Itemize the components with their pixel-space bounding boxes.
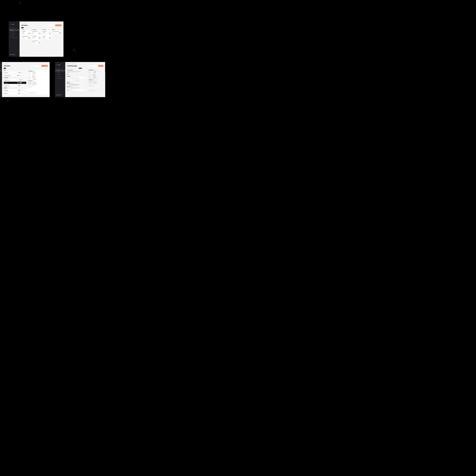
- add-card-placeholder[interactable]: +: [21, 40, 31, 44]
- layers-icon: [10, 32, 11, 32]
- view-all-link[interactable]: view all: [93, 80, 95, 80]
- task-card[interactable]: Landing pageID LG-2mediumjul 5 – jul 20: [32, 35, 41, 39]
- mention-icon[interactable]: @: [85, 90, 86, 90]
- attachment[interactable]: Test.pdfpdf1.2 Mb: [28, 82, 32, 86]
- list-row[interactable]: ID AL-1Android shortcutslowjul 1 – jul 2…: [4, 85, 26, 87]
- sidebar-item-settings[interactable]: Settings: [55, 75, 65, 77]
- attach-icon[interactable]: 📎: [85, 90, 85, 90]
- view-board[interactable]: board: [6, 68, 9, 69]
- create-task-button[interactable]: Create new task: [41, 65, 48, 67]
- add-card-placeholder[interactable]: +: [32, 45, 41, 49]
- sort-select[interactable]: status ⌄: [30, 27, 33, 28]
- priority-toggle[interactable]: highmediumlow: [77, 68, 83, 69]
- sidebar-item-settings[interactable]: Settings: [0, 75, 2, 77]
- sidebar-item-dashboard[interactable]: Dashboard: [9, 27, 20, 29]
- sidebar-item-label: Dashboard: [58, 68, 61, 69]
- task-card[interactable]: Reports animationID RT-3hightoday: [32, 31, 41, 35]
- attachment[interactable]: AaTasks.pdfpdf1.2 Mb: [93, 81, 97, 85]
- sidebar-user[interactable]: J James R Product manager ⌄: [9, 54, 20, 55]
- next-button[interactable]: ›: [26, 70, 26, 71]
- view-board[interactable]: board: [23, 27, 26, 28]
- sidebar-item-settings[interactable]: Settings: [9, 35, 20, 37]
- add-card-button[interactable]: +: [51, 29, 51, 30]
- sidebar-item-dashboard[interactable]: Dashboard: [55, 68, 65, 69]
- list-row[interactable]: ID HI-1Homepage ilustrationsmediumjul 14…: [4, 74, 26, 76]
- sidebar-item-notifications[interactable]: ications: [0, 73, 2, 75]
- list-row[interactable]: ID RT-3Logo applowjul 18 – jul 27›: [4, 92, 26, 94]
- sidebar-item-dashboard[interactable]: ashboard: [0, 68, 2, 69]
- task-card[interactable]: Android shortcutsID AL-1lowjul 1 – jul 2…: [32, 40, 41, 44]
- sidebar-item-tasks[interactable]: Tasks: [9, 29, 20, 31]
- add-card-button[interactable]: +: [41, 29, 41, 30]
- sidebar-item-projects[interactable]: Projects: [0, 72, 2, 73]
- filter-button[interactable]: Filter: [45, 68, 48, 69]
- add-card-button[interactable]: +: [61, 29, 62, 30]
- status-select[interactable]: In progress ⌄: [69, 68, 74, 69]
- list-row[interactable]: ID LG-2Landing pagemediumjul 5 – jul 20›: [4, 82, 26, 84]
- attachment[interactable]: AaTasks.pdfpdf1.2 Mb: [33, 82, 36, 86]
- search-input[interactable]: [87, 65, 97, 67]
- search-input[interactable]: [44, 25, 54, 26]
- comment-input[interactable]: J 📎 @ ➤: [67, 89, 87, 91]
- list-row[interactable]: ID JL-2Logo designhightommorow›: [4, 71, 26, 74]
- add-card-button[interactable]: +: [30, 29, 31, 30]
- sidebar-item-tasks[interactable]: Tasks: [0, 70, 2, 72]
- view-toggle[interactable]: list board: [4, 68, 9, 69]
- attachment[interactable]: Test.pdfpdf1.2 Mb: [89, 81, 93, 85]
- user-role: Product manager: [12, 55, 16, 55]
- chevron-down-icon[interactable]: ⌄: [0, 95, 1, 95]
- priority-option-low[interactable]: low: [82, 68, 83, 69]
- sidebar-item-label: Settings: [11, 35, 14, 36]
- task-card[interactable]: Laptop screen blinksID 09-1jun 21 – jul …: [52, 31, 62, 34]
- attach-file-button[interactable]: 🔗 Attach new file: [89, 85, 103, 86]
- task-card[interactable]: Logo designID JL-2hightommorow: [21, 31, 31, 35]
- details-title: Task details: [28, 71, 33, 72]
- create-task-button[interactable]: Create new: [98, 65, 103, 67]
- sort-select[interactable]: status ⌄: [12, 68, 15, 69]
- chevron-down-icon[interactable]: ⌄: [64, 95, 64, 95]
- avatar: [29, 33, 30, 34]
- svg-point-9: [45, 25, 45, 25]
- create-task-button[interactable]: Create new task: [55, 24, 62, 26]
- sidebar-item-tasks[interactable]: Tasks: [55, 70, 65, 72]
- status-check-icon: ✓: [52, 29, 53, 30]
- svg-point-29: [88, 66, 88, 66]
- chevron-down-icon[interactable]: ⌄: [18, 54, 18, 55]
- task-card[interactable]: Logo appID RT-3lowjul 18 - jul 27: [42, 35, 51, 39]
- sidebar-item-customer-support[interactable]: Customer support: [55, 77, 65, 79]
- attach-file-button[interactable]: 🔗 Attach new file: [28, 86, 47, 87]
- subtask-row[interactable]: ID LG-2-1Components list of the best sys…: [67, 77, 87, 79]
- view-list[interactable]: list: [21, 27, 23, 28]
- sidebar-item-label: Settings: [58, 76, 60, 77]
- sidebar-item-customer-support[interactable]: Customer support: [9, 37, 20, 39]
- more-icon[interactable]: ⋯: [80, 85, 80, 85]
- view-list[interactable]: list: [4, 68, 6, 69]
- avatar: [40, 38, 40, 38]
- view-toggle[interactable]: list board: [21, 27, 26, 28]
- task-card[interactable]: Homepage ilustrationsID HI-1mediumjul 14…: [21, 35, 31, 39]
- sidebar-item-notifications[interactable]: Notifications: [9, 33, 20, 35]
- prev-button[interactable]: ‹: [26, 70, 26, 71]
- sidebar-item-projects[interactable]: Projects: [9, 31, 20, 33]
- activity-item: Mark B added comment:1 hour agoThe list …: [67, 83, 87, 86]
- sidebar-item-notifications[interactable]: Notifications: [55, 73, 65, 75]
- task-card[interactable]: IOS shortcutsID JL-2highjul 12 - jul 28: [42, 31, 51, 35]
- sidebar-item-label: Dashboard: [11, 28, 15, 29]
- send-icon[interactable]: ➤: [86, 90, 87, 90]
- expand-icon[interactable]: ⤢: [47, 71, 47, 71]
- more-icon[interactable]: ⋯: [80, 87, 80, 88]
- create-subtask-button[interactable]: + Create subtask: [67, 79, 87, 81]
- search-input[interactable]: [30, 65, 41, 67]
- priority-option-medium[interactable]: medium: [79, 68, 82, 69]
- priority-option-high[interactable]: high: [77, 68, 79, 69]
- progress-bar[interactable]: [67, 74, 87, 75]
- priority-pill: medium: [32, 37, 35, 38]
- list-row[interactable]: ID RT-3Reports animationhightoday›: [4, 79, 26, 81]
- view-all-link[interactable]: view all: [33, 81, 34, 81]
- filter-button[interactable]: Filter: [58, 27, 62, 28]
- sidebar-item-customer-support[interactable]: support: [0, 77, 2, 79]
- list-row[interactable]: ID JL-2IOS shortcutshighjul 1 – jul 18›: [4, 89, 26, 91]
- add-card-placeholder[interactable]: +: [42, 40, 51, 44]
- sidebar-item-projects[interactable]: Projects: [55, 72, 65, 73]
- add-card-placeholder[interactable]: +: [52, 34, 62, 38]
